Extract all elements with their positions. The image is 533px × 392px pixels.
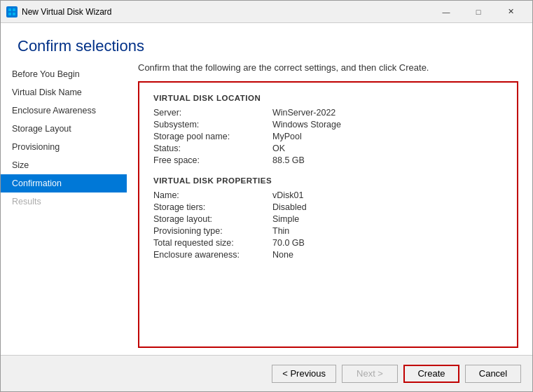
detail-label: Provisioning type: xyxy=(153,226,272,236)
svg-rect-1 xyxy=(13,8,15,11)
detail-row: Provisioning type:Thin xyxy=(153,226,503,236)
detail-label: Server: xyxy=(153,108,272,118)
svg-rect-3 xyxy=(13,13,15,15)
svg-rect-2 xyxy=(8,13,11,15)
detail-label: Subsystem: xyxy=(153,120,272,130)
location-details: Server:WinServer-2022Subsystem:Windows S… xyxy=(153,108,503,165)
confirmation-box: VIRTUAL DISK LOCATION Server:WinServer-2… xyxy=(138,81,518,348)
properties-section: VIRTUAL DISK PROPERTIES Name:vDisk01Stor… xyxy=(153,176,503,260)
sidebar-item-before-you-begin[interactable]: Before You Begin xyxy=(1,65,127,83)
detail-row: Free space:88.5 GB xyxy=(153,155,503,165)
create-button[interactable]: Create xyxy=(403,365,459,383)
main-body: Before You BeginVirtual Disk NameEnclosu… xyxy=(1,62,532,355)
detail-row: Subsystem:Windows Storage xyxy=(153,120,503,130)
detail-label: Free space: xyxy=(153,155,272,165)
properties-section-title: VIRTUAL DISK PROPERTIES xyxy=(153,176,503,185)
svg-rect-0 xyxy=(8,8,11,11)
sidebar-item-results: Results xyxy=(1,192,127,211)
sidebar-item-storage-layout[interactable]: Storage Layout xyxy=(1,120,127,138)
detail-value: 88.5 GB xyxy=(272,155,305,165)
detail-label: Status: xyxy=(153,144,272,153)
detail-value: Thin xyxy=(272,226,289,236)
detail-row: Storage tiers:Disabled xyxy=(153,202,503,212)
detail-row: Server:WinServer-2022 xyxy=(153,108,503,118)
detail-value: Disabled xyxy=(272,202,307,212)
location-section-title: VIRTUAL DISK LOCATION xyxy=(153,94,503,102)
sidebar-item-confirmation[interactable]: Confirmation xyxy=(1,174,127,192)
cancel-button[interactable]: Cancel xyxy=(465,365,521,383)
sidebar-item-virtual-disk-name[interactable]: Virtual Disk Name xyxy=(1,83,127,102)
page-header: Confirm selections xyxy=(1,23,532,62)
detail-row: Storage layout:Simple xyxy=(153,214,503,224)
detail-row: Storage pool name:MyPool xyxy=(153,132,503,141)
sidebar-item-size[interactable]: Size xyxy=(1,156,127,174)
detail-label: Storage tiers: xyxy=(153,202,272,212)
window-title: New Virtual Disk Wizard xyxy=(22,7,430,17)
detail-label: Total requested size: xyxy=(153,238,272,248)
sidebar-item-enclosure-awareness[interactable]: Enclosure Awareness xyxy=(1,102,127,120)
page-title: Confirm selections xyxy=(18,37,515,55)
sidebar: Before You BeginVirtual Disk NameEnclosu… xyxy=(1,62,127,355)
detail-row: Status:OK xyxy=(153,144,503,153)
content-area: Confirm selections Before You BeginVirtu… xyxy=(1,23,532,355)
instruction-text: Confirm that the following are the corre… xyxy=(138,62,518,73)
detail-row: Name:vDisk01 xyxy=(153,190,503,200)
detail-label: Name: xyxy=(153,190,272,200)
window-controls: — □ ✕ xyxy=(430,1,527,23)
minimize-button[interactable]: — xyxy=(430,1,462,23)
detail-value: 70.0 GB xyxy=(272,238,305,248)
sidebar-item-provisioning[interactable]: Provisioning xyxy=(1,138,127,156)
close-button[interactable]: ✕ xyxy=(494,1,527,23)
detail-label: Enclosure awareness: xyxy=(153,250,272,260)
detail-value: OK xyxy=(272,144,285,153)
detail-row: Total requested size:70.0 GB xyxy=(153,238,503,248)
properties-details: Name:vDisk01Storage tiers:DisabledStorag… xyxy=(153,190,503,260)
detail-label: Storage layout: xyxy=(153,214,272,224)
detail-row: Enclosure awareness:None xyxy=(153,250,503,260)
detail-value: WinServer-2022 xyxy=(272,108,335,118)
app-icon xyxy=(6,6,18,18)
detail-value: None xyxy=(272,250,293,260)
detail-value: Simple xyxy=(272,214,299,224)
detail-value: vDisk01 xyxy=(272,190,303,200)
maximize-button[interactable]: □ xyxy=(462,1,494,23)
detail-label: Storage pool name: xyxy=(153,132,272,141)
detail-value: Windows Storage xyxy=(272,120,341,130)
wizard-window: New Virtual Disk Wizard — □ ✕ Confirm se… xyxy=(0,0,533,392)
footer: < Previous Next > Create Cancel xyxy=(1,355,532,391)
right-panel: Confirm that the following are the corre… xyxy=(127,62,532,355)
title-bar: New Virtual Disk Wizard — □ ✕ xyxy=(1,1,532,23)
previous-button[interactable]: < Previous xyxy=(272,365,336,383)
detail-value: MyPool xyxy=(272,132,302,141)
next-button[interactable]: Next > xyxy=(342,365,398,383)
